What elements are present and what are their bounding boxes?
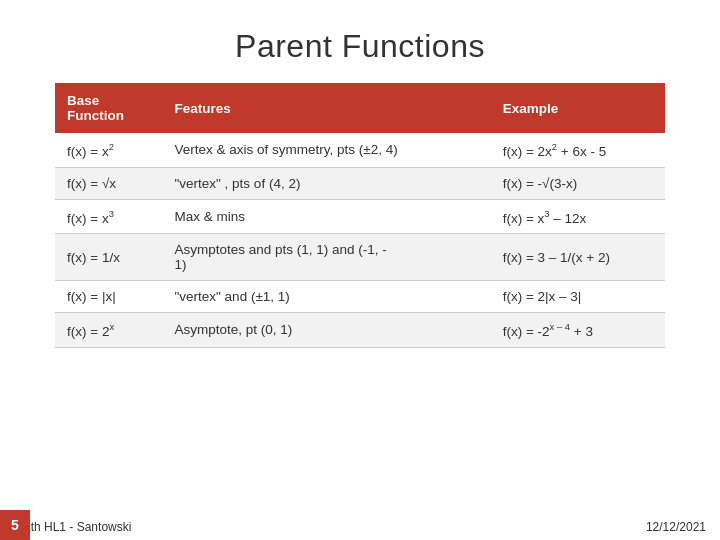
col-header-example: Example	[491, 83, 665, 133]
table-row: f(x) = √x"vertex" , pts of (4, 2)f(x) = …	[55, 167, 665, 199]
cell-base: f(x) = 2x	[55, 313, 163, 348]
table-header-row: BaseFunction Features Example	[55, 83, 665, 133]
table-row: f(x) = x2Vertex & axis of symmetry, pts …	[55, 133, 665, 167]
title-area: Parent Functions	[0, 0, 720, 83]
cell-example: f(x) = 2|x – 3|	[491, 281, 665, 313]
cell-features: "vertex" , pts of (4, 2)	[163, 167, 491, 199]
page-title: Parent Functions	[0, 28, 720, 65]
cell-features: Asymptote, pt (0, 1)	[163, 313, 491, 348]
footer-right: 12/12/2021	[646, 520, 706, 534]
cell-base: f(x) = √x	[55, 167, 163, 199]
cell-example: f(x) = -√(3-x)	[491, 167, 665, 199]
cell-features: Max & mins	[163, 199, 491, 234]
page: Parent Functions BaseFunction Features E…	[0, 0, 720, 540]
table-row: f(x) = 2xAsymptote, pt (0, 1)f(x) = -2x …	[55, 313, 665, 348]
functions-table: BaseFunction Features Example f(x) = x2V…	[55, 83, 665, 348]
cell-features: "vertex" and (±1, 1)	[163, 281, 491, 313]
cell-example: f(x) = -2x – 4 + 3	[491, 313, 665, 348]
col-header-base: BaseFunction	[55, 83, 163, 133]
cell-base: f(x) = x2	[55, 133, 163, 167]
table-body: f(x) = x2Vertex & axis of symmetry, pts …	[55, 133, 665, 347]
table-row: f(x) = 1/xAsymptotes and pts (1, 1) and …	[55, 234, 665, 281]
cell-features: Vertex & axis of symmetry, pts (±2, 4)	[163, 133, 491, 167]
table-container: BaseFunction Features Example f(x) = x2V…	[0, 83, 720, 514]
footer-left: Math HL1 - Santowski	[14, 520, 131, 534]
cell-example: f(x) = 3 – 1/(x + 2)	[491, 234, 665, 281]
table-row: f(x) = |x|"vertex" and (±1, 1)f(x) = 2|x…	[55, 281, 665, 313]
cell-example: f(x) = 2x2 + 6x - 5	[491, 133, 665, 167]
slide-number: 5	[0, 510, 30, 540]
cell-features: Asymptotes and pts (1, 1) and (-1, -1)	[163, 234, 491, 281]
cell-base: f(x) = 1/x	[55, 234, 163, 281]
table-row: f(x) = x3Max & minsf(x) = x3 – 12x	[55, 199, 665, 234]
footer: Math HL1 - Santowski 12/12/2021	[0, 514, 720, 540]
cell-base: f(x) = |x|	[55, 281, 163, 313]
cell-example: f(x) = x3 – 12x	[491, 199, 665, 234]
col-header-features: Features	[163, 83, 491, 133]
cell-base: f(x) = x3	[55, 199, 163, 234]
